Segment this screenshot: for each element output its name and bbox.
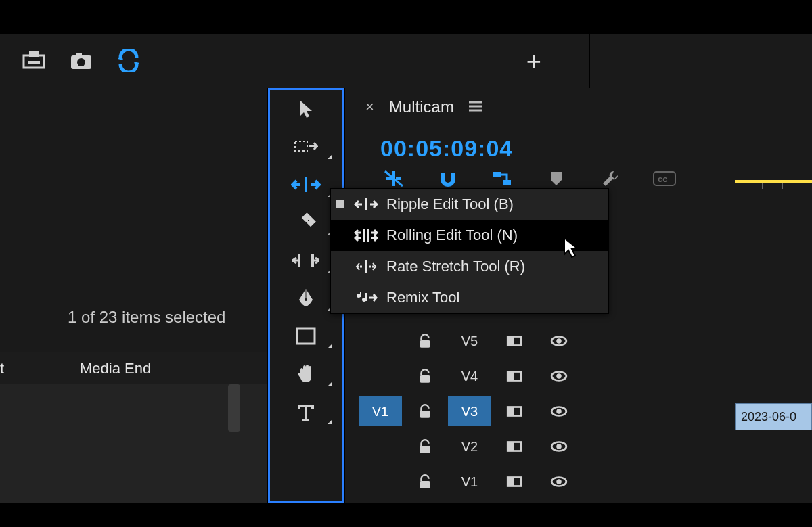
- sequence-tab-row: × Multicam: [365, 97, 482, 116]
- time-ruler[interactable]: [735, 180, 812, 196]
- tray-icon[interactable]: [20, 47, 47, 74]
- svg-rect-7: [304, 177, 307, 192]
- selection-tool[interactable]: [270, 90, 342, 128]
- svg-rect-26: [363, 229, 365, 242]
- svg-rect-31: [360, 292, 361, 297]
- sequence-tab-label[interactable]: Multicam: [389, 97, 454, 116]
- lock-toggle[interactable]: [403, 396, 447, 426]
- timeline-clip[interactable]: 2023-06-0: [735, 403, 812, 430]
- sync-lock-toggle[interactable]: [493, 326, 536, 356]
- svg-rect-43: [420, 411, 430, 418]
- track-output-toggle[interactable]: [537, 432, 581, 461]
- timeline-options: cc: [382, 169, 676, 188]
- svg-rect-38: [420, 375, 430, 383]
- track-target[interactable]: V3: [448, 396, 491, 426]
- sync-lock-toggle[interactable]: [493, 432, 536, 461]
- source-patch[interactable]: [359, 467, 402, 497]
- timecode-display[interactable]: 00:05:09:04: [380, 135, 513, 162]
- close-tab-icon[interactable]: ×: [365, 98, 374, 116]
- column-media-end[interactable]: Media End: [68, 360, 151, 377]
- svg-point-47: [556, 409, 562, 414]
- svg-point-57: [556, 479, 562, 484]
- svg-point-52: [556, 444, 562, 449]
- svg-point-37: [556, 338, 562, 344]
- lock-toggle[interactable]: [403, 432, 447, 461]
- track-select-tool[interactable]: [270, 128, 342, 166]
- toolbar-right: [589, 34, 812, 89]
- ripple-icon: [353, 197, 380, 212]
- lock-toggle[interactable]: [403, 467, 447, 497]
- snap-icon[interactable]: [436, 169, 459, 188]
- panel-menu-icon[interactable]: [469, 98, 482, 116]
- top-toolbar: +: [0, 34, 589, 89]
- menu-item-ripple-edit[interactable]: Ripple Edit Tool (B): [331, 189, 608, 220]
- svg-point-4: [77, 58, 85, 66]
- scrollbar-thumb[interactable]: [228, 384, 240, 432]
- track-v2[interactable]: V2: [359, 429, 812, 464]
- selected-indicator: [336, 200, 344, 208]
- rate-stretch-icon: [353, 259, 380, 274]
- svg-rect-5: [76, 53, 82, 57]
- insert-mode-icon[interactable]: [382, 169, 405, 188]
- svg-rect-32: [365, 293, 367, 301]
- svg-rect-6: [295, 141, 307, 151]
- svg-rect-2: [28, 61, 40, 64]
- track-label[interactable]: V4: [448, 361, 491, 391]
- captions-icon[interactable]: cc: [653, 169, 676, 188]
- mouse-cursor: [563, 237, 581, 261]
- sync-lock-toggle[interactable]: [493, 396, 536, 426]
- hand-tool[interactable]: [270, 355, 342, 393]
- track-output-toggle[interactable]: [537, 326, 581, 356]
- track-v4[interactable]: V4: [359, 359, 812, 394]
- track-v5[interactable]: V5: [359, 323, 812, 359]
- svg-rect-12: [311, 254, 314, 267]
- project-panel: 1 of 23 items selected t Media End: [0, 88, 267, 503]
- project-list[interactable]: [0, 384, 267, 520]
- svg-rect-22: [503, 180, 511, 185]
- menu-item-label: Remix Tool: [386, 289, 459, 306]
- svg-rect-11: [298, 254, 300, 267]
- selection-status: 1 of 23 items selected: [68, 308, 225, 327]
- svg-rect-15: [297, 329, 315, 344]
- lock-toggle[interactable]: [403, 361, 447, 391]
- svg-rect-1: [29, 51, 39, 57]
- linked-selection-icon[interactable]: [491, 169, 514, 188]
- sync-lock-toggle[interactable]: [493, 467, 536, 497]
- source-patch[interactable]: [359, 326, 402, 356]
- track-label[interactable]: V5: [448, 326, 491, 356]
- add-icon[interactable]: +: [526, 47, 541, 76]
- wrench-icon[interactable]: [599, 169, 622, 188]
- source-patch[interactable]: V1: [359, 396, 402, 426]
- track-output-toggle[interactable]: [537, 467, 581, 497]
- sync-icon[interactable]: [115, 47, 142, 74]
- svg-rect-53: [420, 481, 430, 488]
- track-label[interactable]: V1: [448, 467, 491, 497]
- sync-lock-toggle[interactable]: [493, 361, 536, 391]
- lock-toggle[interactable]: [403, 326, 447, 356]
- source-patch[interactable]: [359, 432, 402, 461]
- rectangle-tool[interactable]: [270, 317, 342, 355]
- svg-rect-48: [420, 446, 430, 453]
- track-output-toggle[interactable]: [537, 396, 581, 426]
- svg-rect-25: [365, 198, 367, 210]
- svg-rect-50: [508, 442, 514, 451]
- menu-item-label: Rolling Edit Tool (N): [386, 227, 518, 244]
- svg-point-42: [556, 373, 562, 379]
- marker-icon[interactable]: [545, 169, 568, 188]
- svg-rect-21: [493, 172, 501, 177]
- track-v1[interactable]: V1: [359, 464, 812, 499]
- camera-icon[interactable]: [68, 47, 95, 74]
- track-label[interactable]: V2: [448, 432, 491, 461]
- svg-rect-27: [367, 229, 369, 242]
- type-tool[interactable]: [270, 393, 342, 431]
- svg-rect-33: [420, 340, 430, 348]
- svg-rect-28: [365, 260, 367, 273]
- track-output-toggle[interactable]: [537, 361, 581, 391]
- svg-rect-35: [508, 337, 514, 346]
- remix-icon: [353, 290, 380, 305]
- menu-item-label: Rate Stretch Tool (R): [386, 258, 525, 275]
- svg-text:cc: cc: [658, 174, 667, 184]
- column-1[interactable]: t: [0, 360, 68, 377]
- menu-item-remix[interactable]: Remix Tool: [331, 282, 608, 313]
- source-patch[interactable]: [359, 361, 402, 391]
